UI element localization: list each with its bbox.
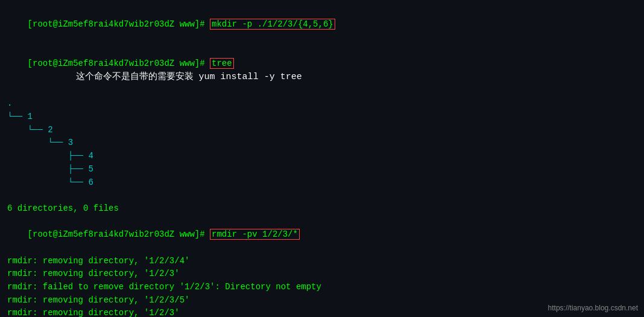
tree-2: └── 2 — [7, 124, 637, 137]
dir-count: 6 directories, 0 files — [7, 202, 637, 216]
prompt-1: [root@iZm5ef8rai4kd7wib2r03dZ www]# — [28, 19, 210, 29]
watermark: https://tianyao.blog.csdn.net — [548, 304, 638, 312]
rmdir-out-5: rmdir: removing directory, '1/2/3' — [7, 307, 637, 317]
tree-4: ├── 4 — [7, 150, 637, 163]
cmd-mkdir: mkdir -p ./1/2/3/{4,5,6} — [210, 19, 335, 30]
cmd-tree: tree — [210, 58, 234, 69]
line-tree-cmd: [root@iZm5ef8rai4kd7wib2r03dZ www]# tree… — [7, 44, 637, 97]
line-mkdir: [root@iZm5ef8rai4kd7wib2r03dZ www]# mkdi… — [7, 5, 637, 44]
tree-5: ├── 5 — [7, 163, 637, 176]
prompt-2: [root@iZm5ef8rai4kd7wib2r03dZ www]# — [28, 59, 210, 68]
terminal-window: [root@iZm5ef8rai4kd7wib2r03dZ www]# mkdi… — [0, 0, 644, 317]
cmd-rmdir: rmdir -pv 1/2/3/* — [210, 229, 300, 240]
tree-1: └── 1 — [7, 110, 637, 124]
prompt-3: [root@iZm5ef8rai4kd7wib2r03dZ www]# — [28, 229, 210, 239]
blank-line — [7, 189, 637, 202]
rmdir-out-1: rmdir: removing directory, '1/2/3/4' — [7, 255, 637, 268]
line-rmdir: [root@iZm5ef8rai4kd7wib2r03dZ www]# rmdi… — [7, 216, 637, 255]
tree-6: └── 6 — [7, 176, 637, 190]
rmdir-out-3: rmdir: failed to remove directory '1/2/3… — [7, 281, 637, 294]
rmdir-out-4: rmdir: removing directory, '1/2/3/5' — [7, 294, 637, 307]
comment-text: 这个命令不是自带的需要安装 yum install -y tree — [76, 72, 302, 82]
tree-dot: . — [7, 97, 637, 110]
rmdir-out-2: rmdir: removing directory, '1/2/3' — [7, 267, 637, 281]
tree-3: └── 3 — [7, 136, 637, 150]
